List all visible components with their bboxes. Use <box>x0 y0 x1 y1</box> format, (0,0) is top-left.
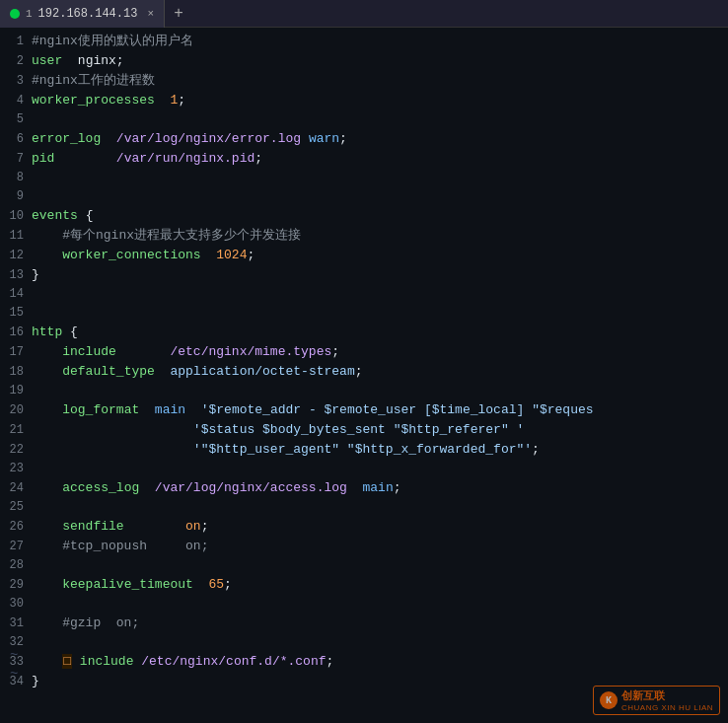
line-number: 27 <box>0 538 32 556</box>
table-row: 17 include /etc/nginx/mime.types; <box>0 342 728 362</box>
line-number: 30 <box>0 595 32 614</box>
line-content: #tcp_nopush on; <box>32 537 208 555</box>
line-content: } <box>32 672 39 690</box>
line-content: default_type application/octet-stream; <box>32 362 363 381</box>
line-number: 12 <box>0 247 32 265</box>
line-number: 21 <box>0 421 32 440</box>
line-number: 16 <box>0 324 32 342</box>
line-content: worker_connections 1024; <box>32 246 255 264</box>
line-number: 3 <box>0 72 32 91</box>
table-row: 29 keepalive_timeout 65; <box>0 575 728 595</box>
line-content: pid /var/run/nginx.pid; <box>32 149 262 168</box>
line-number: 13 <box>0 266 32 285</box>
line-number: 4 <box>0 92 32 110</box>
tab-status-dot <box>10 9 20 19</box>
table-row: 20 log_format main '$remote_addr - $remo… <box>0 400 728 420</box>
table-row: 25 <box>0 498 728 517</box>
line-number: 22 <box>0 441 32 460</box>
line-content: include /etc/nginx/mime.types; <box>32 342 339 361</box>
line-number: 5 <box>0 110 32 129</box>
line-number: 14 <box>0 285 32 304</box>
line-number: 15 <box>0 304 32 323</box>
new-tab-button[interactable]: + <box>165 0 192 28</box>
table-row: 26 sendfile on; <box>0 517 728 537</box>
watermark-line2: CHUANG XIN HU LIAN <box>621 703 713 712</box>
tab-1[interactable]: 1 192.168.144.13 × <box>0 0 165 28</box>
table-row: 12 worker_connections 1024; <box>0 246 728 265</box>
line-content: #gzip on; <box>32 614 139 632</box>
line-number: 28 <box>0 556 32 575</box>
table-row: 19 <box>0 382 728 400</box>
line-content: access_log /var/log/nginx/access.log mai… <box>32 478 401 497</box>
line-number: 6 <box>0 130 32 149</box>
line-number: 9 <box>0 187 32 206</box>
line-content: #nginx工作的进程数 <box>32 71 155 90</box>
table-row: 31 #gzip on; <box>0 614 728 633</box>
line-content: sendfile on; <box>32 517 208 536</box>
code-editor: 1 #nginx使用的默认的用户名 2 user nginx; 3 #nginx… <box>0 28 728 723</box>
line-number: 26 <box>0 518 32 537</box>
table-row: 14 <box>0 285 728 304</box>
line-number: 8 <box>0 169 32 187</box>
line-content: #每个nginx进程最大支持多少个并发连接 <box>32 226 301 245</box>
watermark-text: 创新互联 CHUANG XIN HU LIAN <box>621 688 713 712</box>
table-row: 2 user nginx; <box>0 51 728 71</box>
watermark-line1: 创新互联 <box>621 688 665 703</box>
table-row: 30 <box>0 595 728 614</box>
table-row: 3 #nginx工作的进程数 <box>0 71 728 91</box>
tab-close-button[interactable]: × <box>147 8 154 20</box>
line-number: 10 <box>0 207 32 226</box>
tilde-indicators: ~~ <box>10 646 18 684</box>
table-row: 8 <box>0 169 728 187</box>
tab-bar: 1 192.168.144.13 × + <box>0 0 728 28</box>
table-row: 16 http { <box>0 323 728 342</box>
line-number: 7 <box>0 150 32 169</box>
watermark-box: K 创新互联 CHUANG XIN HU LIAN <box>593 686 720 715</box>
table-row: 32 <box>0 633 728 652</box>
table-row: 18 default_type application/octet-stream… <box>0 362 728 382</box>
line-number: 20 <box>0 401 32 420</box>
table-row: 5 <box>0 110 728 129</box>
line-content: '$status $body_bytes_sent "$http_referer… <box>32 420 524 439</box>
table-row: 4 worker_processes 1; <box>0 91 728 110</box>
line-number: 2 <box>0 52 32 71</box>
table-row: 28 <box>0 556 728 575</box>
line-number: 11 <box>0 227 32 246</box>
table-row: 33 □ include /etc/nginx/conf.d/*.conf; <box>0 652 728 672</box>
tab-title: 192.168.144.13 <box>38 7 138 21</box>
table-row: 13 } <box>0 265 728 285</box>
line-number: 1 <box>0 33 32 51</box>
table-row: 6 error_log /var/log/nginx/error.log war… <box>0 129 728 149</box>
table-row: 27 #tcp_nopush on; <box>0 537 728 556</box>
code-area[interactable]: 1 #nginx使用的默认的用户名 2 user nginx; 3 #nginx… <box>0 28 728 723</box>
table-row: 15 <box>0 304 728 323</box>
line-number: 18 <box>0 363 32 382</box>
line-content: □ include /etc/nginx/conf.d/*.conf; <box>32 652 333 671</box>
table-row: 22 '"$http_user_agent" "$http_x_forwarde… <box>0 440 728 460</box>
table-row: 23 <box>0 460 728 478</box>
table-row: 21 '$status $body_bytes_sent "$http_refe… <box>0 420 728 440</box>
line-content: user nginx; <box>32 51 124 70</box>
table-row: 1 #nginx使用的默认的用户名 <box>0 32 728 51</box>
line-content: '"$http_user_agent" "$http_x_forwarded_f… <box>32 440 540 459</box>
table-row: 11 #每个nginx进程最大支持多少个并发连接 <box>0 226 728 246</box>
line-number: 23 <box>0 460 32 478</box>
line-content: } <box>32 265 39 284</box>
table-row: 7 pid /var/run/nginx.pid; <box>0 149 728 169</box>
line-content: keepalive_timeout 65; <box>32 575 232 594</box>
line-content: worker_processes 1; <box>32 91 185 109</box>
watermark: K 创新互联 CHUANG XIN HU LIAN <box>593 686 720 715</box>
table-row: 9 <box>0 187 728 206</box>
watermark-icon: K <box>600 691 618 709</box>
table-row: 10 events { <box>0 206 728 226</box>
line-content: http { <box>32 323 78 341</box>
line-content: events { <box>32 206 93 225</box>
line-number: 25 <box>0 498 32 517</box>
tab-number: 1 <box>26 8 33 20</box>
line-content: #nginx使用的默认的用户名 <box>32 32 193 50</box>
line-number: 24 <box>0 479 32 498</box>
table-row: 24 access_log /var/log/nginx/access.log … <box>0 478 728 498</box>
line-number: 19 <box>0 382 32 400</box>
line-content: error_log /var/log/nginx/error.log warn; <box>32 129 347 148</box>
line-content: log_format main '$remote_addr - $remote_… <box>32 400 594 419</box>
